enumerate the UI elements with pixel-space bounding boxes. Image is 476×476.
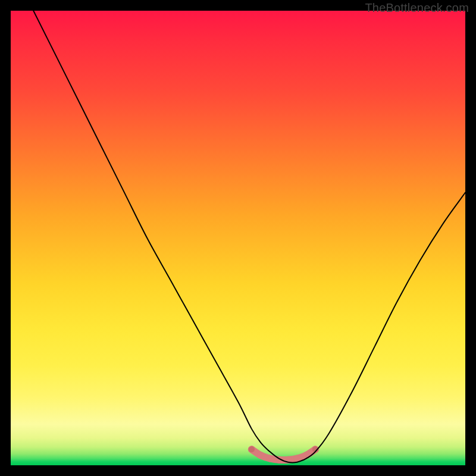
plot-area bbox=[11, 11, 465, 465]
bottleneck-curve bbox=[33, 11, 465, 462]
marker-band-end-dot bbox=[249, 446, 255, 452]
curve-svg bbox=[11, 11, 465, 465]
watermark-text: TheBottleneck.com bbox=[365, 1, 469, 15]
marker-band-dot bbox=[266, 455, 273, 462]
marker-band-dot bbox=[257, 452, 264, 459]
chart-frame: TheBottleneck.com bbox=[0, 0, 476, 476]
